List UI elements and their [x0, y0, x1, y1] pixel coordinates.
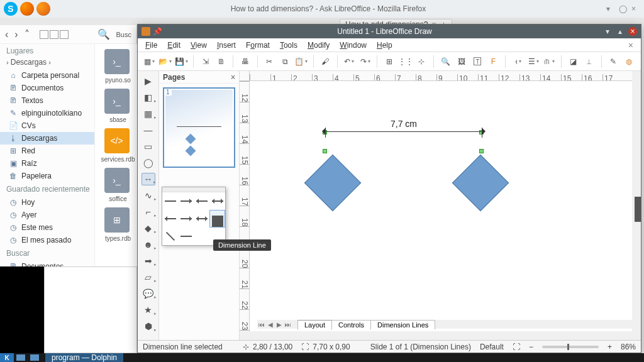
tab-layout[interactable]: Layout [297, 320, 332, 330]
menu-help[interactable]: Help [373, 40, 396, 51]
firefox-icon-2[interactable] [36, 2, 50, 16]
selection-handle[interactable] [479, 149, 484, 153]
lo-maximize-icon[interactable] [616, 27, 625, 36]
curve-tool[interactable]: ∿ [142, 189, 155, 202]
dimension-line-object[interactable]: 7,7 cm [325, 119, 482, 132]
snap-button[interactable]: ⋮⋮ [399, 55, 413, 69]
redo-button[interactable]: ↷ [358, 55, 372, 69]
window-minimize-icon[interactable]: ▾ [606, 4, 615, 13]
tab-prev-icon[interactable]: ◀ [266, 320, 275, 329]
menu-insert[interactable]: Insert [213, 40, 240, 51]
kde-menu-icon[interactable]: K [0, 353, 14, 362]
line-45[interactable] [162, 228, 178, 245]
doc-close-icon[interactable]: × [625, 40, 637, 50]
guides-button[interactable]: ⊹ [415, 55, 428, 69]
view-details[interactable] [60, 30, 69, 39]
file-item[interactable]: ›_soffice [100, 168, 134, 202]
line-both-dot[interactable] [194, 210, 209, 228]
pdf-button[interactable]: 🗎 [214, 55, 228, 69]
textbox-button[interactable]: 🅃 [471, 55, 484, 69]
connector-tool[interactable]: ⌐ [142, 206, 155, 218]
lo-minimize-icon[interactable] [603, 27, 612, 36]
fill-tool[interactable]: ▦ [142, 107, 155, 120]
nav-forward-icon[interactable]: › [14, 29, 18, 40]
block-arrows-tool[interactable]: ➡ [142, 255, 155, 267]
ruler-vertical[interactable]: 12131415161718192021222324 [240, 81, 250, 331]
distribute-button[interactable]: ⫙ [543, 55, 556, 69]
view-icons[interactable] [40, 30, 48, 39]
crop-button[interactable]: ⟂ [582, 55, 596, 69]
zoom-in-icon[interactable]: + [608, 343, 612, 351]
selection-handle[interactable] [323, 149, 327, 153]
line-plain-2[interactable] [178, 228, 194, 245]
search-input[interactable]: Busc [116, 31, 131, 38]
tab-last-icon[interactable]: ⏭ [284, 320, 292, 329]
pages-close-icon[interactable]: × [231, 73, 235, 82]
tab-first-icon[interactable]: ⏮ [257, 320, 266, 329]
new-button[interactable]: ▦ [143, 55, 156, 69]
effects-button[interactable]: ✎ [607, 55, 620, 69]
diamond-shape[interactable] [304, 155, 362, 212]
image-button[interactable]: 🖼 [455, 55, 468, 69]
menu-format[interactable]: Format [242, 40, 274, 51]
extrude-button[interactable]: ◍ [623, 55, 636, 69]
line-both-arrow[interactable] [209, 192, 225, 210]
paste-button[interactable]: 📋 [294, 55, 308, 69]
window-maximize-icon[interactable]: ◯ [619, 4, 628, 13]
window-close-icon[interactable]: × [631, 4, 640, 13]
tab-next-icon[interactable]: ▶ [275, 320, 284, 329]
fontwork-button[interactable]: F [487, 55, 500, 69]
select-tool[interactable]: ▶ [142, 75, 155, 87]
line-start-arrow[interactable] [194, 192, 209, 210]
stars-tool[interactable]: ★ [142, 304, 155, 316]
menu-edit[interactable]: Edit [164, 40, 184, 51]
file-item[interactable]: ⊞types.rdb [100, 207, 134, 242]
align-button[interactable]: ⫞ [511, 55, 524, 69]
symbol-shapes-tool[interactable]: ☻ [142, 238, 155, 251]
zoom-fit-icon[interactable]: ⛶ [513, 343, 520, 351]
menu-modify[interactable]: Modify [304, 40, 333, 51]
export-button[interactable]: ⇲ [199, 55, 212, 69]
menu-window[interactable]: Window [336, 40, 370, 51]
menu-view[interactable]: View [187, 40, 211, 51]
diamond-shape[interactable] [452, 155, 509, 212]
nav-up-icon[interactable]: ˄ [25, 28, 30, 40]
line-plain[interactable] [162, 192, 178, 210]
popup-drag-handle[interactable] [162, 187, 225, 192]
print-button[interactable]: 🖶 [238, 55, 252, 69]
cut-button[interactable]: ✂ [263, 55, 276, 69]
breadcrumb[interactable]: Descargas [11, 58, 47, 67]
arrows-tool[interactable]: ↔ [142, 173, 155, 185]
firefox-icon[interactable] [20, 2, 34, 16]
undo-button[interactable]: ↶ [343, 55, 356, 69]
copy-button[interactable]: ⧉ [279, 55, 292, 69]
menu-file[interactable]: File [142, 40, 161, 51]
drawing-page[interactable]: 7,7 cm [250, 81, 632, 331]
file-item[interactable]: ›_sbase [100, 89, 134, 123]
view-compact[interactable] [50, 30, 58, 39]
status-style[interactable]: Default [480, 343, 504, 351]
zoom-button[interactable]: 🔍 [439, 55, 452, 69]
status-zoom[interactable]: 86% [621, 343, 636, 351]
ruler-horizontal[interactable]: 1234567891011121314151617 [250, 71, 632, 81]
basic-shapes-tool[interactable]: ◆ [142, 222, 155, 234]
grid-button[interactable]: ⊞ [382, 55, 396, 69]
rect-tool[interactable]: ▭ [142, 140, 155, 153]
dimension-line-tool[interactable] [209, 210, 225, 228]
save-button[interactable]: 💾 [175, 55, 188, 69]
tab-controls[interactable]: Controls [331, 320, 371, 330]
arrange-button[interactable]: ☰ [526, 55, 540, 69]
line-color-tool[interactable]: ◧ [142, 91, 155, 104]
file-item[interactable]: ›_pyuno.so [100, 49, 134, 84]
flowchart-tool[interactable]: ▱ [142, 271, 155, 283]
3d-tool[interactable]: ⬢ [142, 320, 155, 332]
zoom-slider[interactable] [542, 346, 599, 348]
line-end-dot[interactable] [178, 210, 194, 228]
line-start-dot[interactable] [162, 210, 178, 228]
tab-dimlines[interactable]: Dimension Lines [370, 320, 435, 330]
open-button[interactable]: 📂 [158, 55, 172, 69]
skype-icon[interactable]: S [4, 2, 18, 16]
menu-tools[interactable]: Tools [276, 40, 301, 51]
search-icon[interactable]: 🔍 [97, 28, 110, 40]
line-tool[interactable]: — [142, 124, 155, 136]
